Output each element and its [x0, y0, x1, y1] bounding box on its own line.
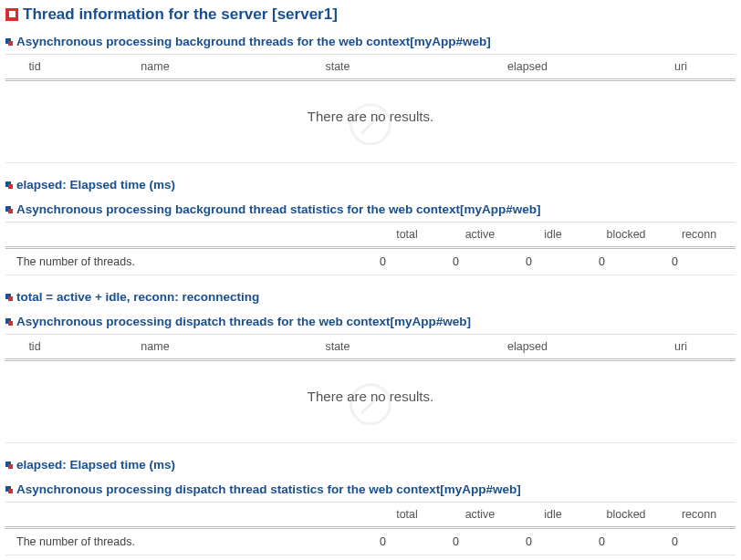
cell-reconn: 0 [663, 528, 736, 555]
col-total: total [370, 503, 444, 528]
table-row: The number of threads. 0 0 0 0 0 [5, 528, 736, 555]
col-name: name [64, 55, 246, 80]
elapsed-note: elapsed: Elapsed time (ms) [5, 172, 736, 197]
elapsed-note-text: elapsed: Elapsed time (ms) [16, 178, 175, 192]
bg-threads-table: tid name state elapsed uri [5, 54, 736, 81]
section-heading-text: Asynchronous processing background threa… [16, 35, 491, 48]
cell-total: 0 [370, 528, 444, 555]
cell-idle: 0 [517, 528, 590, 555]
section-heading-disp-threads: Asynchronous processing dispatch threads… [5, 309, 736, 334]
section-heading-text: Asynchronous processing dispatch threads… [16, 315, 471, 328]
col-idle: idle [517, 223, 590, 248]
table-header-row: tid name state elapsed uri [5, 55, 736, 80]
page-title-text: Thread information for the server [serve… [23, 5, 338, 24]
section-heading-text: Asynchronous processing background threa… [16, 202, 541, 216]
empty-text: There are no results. [5, 361, 736, 442]
col-uri: uri [626, 335, 736, 360]
total-note: total = active + idle, reconn: reconnect… [5, 285, 736, 309]
cell-active: 0 [444, 248, 517, 275]
table-row: The number of threads. 0 0 0 0 0 [5, 248, 736, 275]
table-header-row: total active idle blocked reconn [5, 503, 736, 528]
row-label: The number of threads. [5, 528, 370, 555]
cell-active: 0 [444, 528, 517, 555]
section-heading-bg-threads: Asynchronous processing background threa… [5, 29, 736, 54]
col-active: active [444, 223, 517, 248]
col-reconn: reconn [663, 223, 736, 248]
disp-stats-table: total active idle blocked reconn The num… [5, 502, 736, 555]
cell-reconn: 0 [663, 248, 736, 275]
col-active: active [444, 503, 517, 528]
bullet-icon [5, 206, 13, 213]
col-uri: uri [626, 55, 736, 80]
bullet-icon [5, 318, 13, 326]
row-label: The number of threads. [5, 248, 370, 275]
elapsed-note: elapsed: Elapsed time (ms) [5, 452, 736, 477]
col-total: total [370, 223, 444, 248]
section-heading-bg-stats: Asynchronous processing background threa… [5, 197, 736, 222]
table-header-row: total active idle blocked reconn [5, 223, 736, 248]
col-idle: idle [517, 503, 590, 528]
server-icon [5, 8, 18, 21]
cell-blocked: 0 [590, 248, 663, 275]
col-reconn: reconn [663, 503, 736, 528]
col-blank [5, 223, 370, 248]
page-title: Thread information for the server [serve… [5, 4, 736, 29]
col-name: name [64, 335, 246, 360]
col-tid: tid [5, 55, 64, 80]
col-state: state [246, 335, 429, 360]
col-blank [5, 503, 370, 528]
total-note-text: total = active + idle, reconn: reconnect… [16, 290, 259, 304]
bullet-icon [5, 486, 13, 493]
disp-threads-table: tid name state elapsed uri [5, 334, 736, 361]
bullet-icon [5, 181, 13, 189]
table-header-row: tid name state elapsed uri [5, 335, 736, 360]
col-tid: tid [5, 335, 64, 360]
elapsed-note-text: elapsed: Elapsed time (ms) [16, 458, 175, 472]
bg-stats-table: total active idle blocked reconn The num… [5, 222, 736, 275]
cell-idle: 0 [517, 248, 590, 275]
col-state: state [246, 55, 429, 80]
bullet-icon [5, 294, 13, 301]
section-heading-text: Asynchronous processing dispatch thread … [16, 482, 521, 496]
cell-total: 0 [370, 248, 444, 275]
col-elapsed: elapsed [429, 55, 626, 80]
col-blocked: blocked [590, 503, 663, 528]
col-elapsed: elapsed [429, 335, 626, 360]
disp-threads-empty: There are no results. [5, 361, 736, 443]
section-heading-disp-stats: Asynchronous processing dispatch thread … [5, 477, 736, 502]
bullet-icon [5, 38, 13, 46]
col-blocked: blocked [590, 223, 663, 248]
bullet-icon [5, 461, 13, 469]
empty-text: There are no results. [5, 81, 736, 162]
cell-blocked: 0 [590, 528, 663, 555]
bg-threads-empty: There are no results. [5, 81, 736, 163]
